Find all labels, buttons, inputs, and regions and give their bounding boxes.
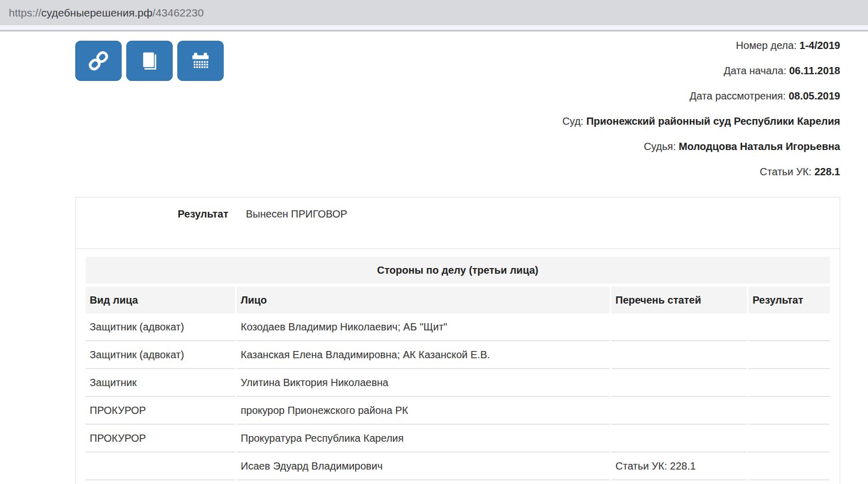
cell-result <box>748 453 830 480</box>
column-header-person-type: Вид лица <box>86 287 235 313</box>
browser-address-bar[interactable]: https://судебныерешения.рф/43462230 <box>0 0 868 25</box>
cell-person: прокурор Прионежского района РК <box>237 397 610 425</box>
cell-articles <box>611 369 747 397</box>
share-link-button[interactable] <box>75 41 122 81</box>
result-value: Вынесен ПРИГОВОР <box>228 208 347 220</box>
column-header-articles: Перечень статей <box>611 287 747 313</box>
case-number-label: Номер дела: <box>736 40 797 51</box>
table-row: ПРОКУРОР Прокуратура Республика Карелия <box>86 425 830 453</box>
cell-result <box>748 341 830 369</box>
cell-person: Прокуратура Республика Карелия <box>237 425 610 453</box>
column-header-person: Лицо <box>237 287 610 313</box>
cell-articles <box>611 425 747 453</box>
column-header-result: Результат <box>748 287 830 313</box>
parties-table: Стороны по делу (третьи лица) Вид лица Л… <box>84 257 831 480</box>
table-row: Защитник Улитина Виктория Николаевна <box>86 369 830 397</box>
uk-articles-value: 228.1 <box>814 166 840 177</box>
case-number-value: 1-4/2019 <box>799 40 840 51</box>
browser-content-divider <box>0 30 868 31</box>
cell-result <box>748 313 830 341</box>
cell-articles <box>611 341 747 369</box>
action-toolbar <box>75 41 224 81</box>
parties-section: Стороны по делу (третьи лица) Вид лица Л… <box>76 249 840 480</box>
judge-value: Молодцова Наталья Игорьевна <box>679 141 840 152</box>
calendar-icon <box>190 50 211 72</box>
cell-result <box>748 369 830 397</box>
start-date-value: 06.11.2018 <box>789 65 840 76</box>
parties-table-header-row: Вид лица Лицо Перечень статей Результат <box>86 287 830 313</box>
cell-articles: Статьи УК: 228.1 <box>611 453 747 480</box>
cell-person: Исаев Эдуард Владимирович <box>237 453 610 480</box>
case-number-line: Номер дела: 1-4/2019 <box>562 33 840 58</box>
court-value: Прионежский районный суд Республики Каре… <box>586 115 840 127</box>
cell-person-type: Защитник <box>86 369 235 397</box>
judge-line: Судья: Молодцова Наталья Игорьевна <box>562 134 840 159</box>
court-line: Суд: Прионежский районный суд Республики… <box>562 109 840 134</box>
link-icon <box>88 50 109 72</box>
review-date-line: Дата рассмотрения: 08.05.2019 <box>562 84 840 109</box>
parties-table-title-row: Стороны по делу (третьи лица) <box>86 257 830 287</box>
cell-person: Улитина Виктория Николаевна <box>237 369 610 397</box>
case-result-row: Результат Вынесен ПРИГОВОР <box>76 197 840 249</box>
table-row: Защитник (адвокат) Казанская Елена Влади… <box>86 341 830 369</box>
cell-articles <box>611 397 747 425</box>
review-date-label: Дата рассмотрения: <box>690 90 786 102</box>
result-label: Результат <box>76 208 228 220</box>
cell-person-type: Защитник (адвокат) <box>86 341 235 369</box>
book-icon <box>139 50 160 72</box>
start-date-label: Дата начала: <box>724 65 786 76</box>
table-row: Защитник (адвокат) Козодаев Владимир Ник… <box>86 313 830 341</box>
cell-articles <box>611 313 747 341</box>
document-button[interactable] <box>126 41 173 81</box>
cell-person: Козодаев Владимир Николаевич; АБ "Щит" <box>237 313 610 341</box>
case-info-block: Номер дела: 1-4/2019 Дата начала: 06.11.… <box>562 33 840 185</box>
start-date-line: Дата начала: 06.11.2018 <box>562 58 840 84</box>
url-path: /43462230 <box>153 7 204 19</box>
judge-label: Судья: <box>644 141 676 152</box>
cell-person-type: ПРОКУРОР <box>86 425 235 453</box>
uk-articles-label: Статьи УК: <box>760 166 811 177</box>
uk-articles-line: Статьи УК: 228.1 <box>562 159 840 185</box>
url-domain: судебныерешения.рф <box>41 7 153 19</box>
cell-result <box>748 397 830 425</box>
calendar-button[interactable] <box>177 41 224 81</box>
page-url: https://судебныерешения.рф/43462230 <box>9 0 204 25</box>
table-row: Исаев Эдуард Владимирович Статьи УК: 228… <box>86 453 830 480</box>
cell-person-type: Защитник (адвокат) <box>86 313 235 341</box>
cell-person-type: ПРОКУРОР <box>86 397 235 425</box>
cell-result <box>748 425 830 453</box>
url-scheme: https:// <box>9 7 41 19</box>
court-label: Суд: <box>562 115 583 127</box>
table-row: ПРОКУРОР прокурор Прионежского района РК <box>86 397 830 425</box>
case-details-panel: Результат Вынесен ПРИГОВОР Стороны по де… <box>75 197 840 484</box>
cell-person-type <box>86 453 235 480</box>
browser-toolbar-strip <box>0 25 868 30</box>
parties-table-title: Стороны по делу (третьи лица) <box>86 257 830 287</box>
review-date-value: 08.05.2019 <box>789 90 840 102</box>
cell-person: Казанская Елена Владимировна; АК Казанск… <box>237 341 610 369</box>
